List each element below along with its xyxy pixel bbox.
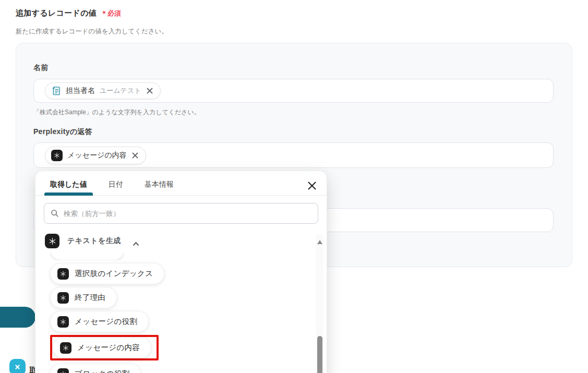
perplexity-icon bbox=[57, 268, 69, 280]
close-icon[interactable] bbox=[146, 87, 153, 94]
perplexity-icon bbox=[60, 342, 71, 354]
perplexity-field-input[interactable]: メッセージの内容 bbox=[33, 142, 554, 168]
field-label-perplexity: Perplexityの返答 bbox=[33, 127, 92, 137]
red-annotation-box: メッセージの内容 bbox=[50, 335, 159, 360]
search-input[interactable] bbox=[64, 210, 311, 218]
picker-tabbar: 取得した値 日付 基本情報 bbox=[35, 171, 327, 196]
node-badge-icon[interactable] bbox=[9, 359, 26, 373]
picker-search bbox=[44, 203, 318, 224]
list-item[interactable]: ブロックの役割 bbox=[50, 363, 141, 373]
section-generate-text[interactable]: テキストを生成 bbox=[35, 229, 327, 252]
perplexity-icon bbox=[57, 368, 69, 373]
page: 追加するレコードの値 ＊必須 新たに作成するレコードの値を入力してください。 名… bbox=[0, 0, 588, 373]
field-helper-text: 「株式会社Sample」のような文字列を入力してください。 bbox=[33, 108, 200, 117]
perplexity-icon bbox=[45, 234, 59, 248]
scrollbar-thumb[interactable] bbox=[317, 336, 322, 373]
field-label-name: 名前 bbox=[33, 63, 49, 73]
chevron-up-icon[interactable] bbox=[133, 239, 139, 244]
required-badge: ＊必須 bbox=[101, 9, 121, 18]
value-picker-panel: 取得した値 日付 基本情報 テキストを生成 bbox=[35, 171, 327, 373]
chip-title: 担当者名 bbox=[66, 86, 95, 95]
section-header: 追加するレコードの値 ＊必須 bbox=[16, 8, 121, 18]
tab-retrieved-values[interactable]: 取得した値 bbox=[44, 180, 93, 195]
page-title: 追加するレコードの値 bbox=[16, 8, 97, 18]
option-label: 終了理由 bbox=[75, 293, 105, 303]
name-field-input[interactable]: 担当者名 ユームテスト bbox=[33, 79, 554, 103]
value-chip-message-content[interactable]: メッセージの内容 bbox=[45, 147, 146, 164]
scroll-up-icon[interactable] bbox=[317, 240, 322, 244]
list-item[interactable]: メッセージの役割 bbox=[50, 311, 149, 332]
form-document-icon bbox=[51, 86, 61, 96]
option-label: 選択肢のインデックス bbox=[75, 269, 153, 279]
close-icon[interactable] bbox=[307, 181, 317, 191]
option-label: メッセージの内容 bbox=[77, 343, 140, 353]
list-item[interactable]: 選択肢のインデックス bbox=[50, 263, 164, 284]
perplexity-icon bbox=[57, 316, 69, 328]
list-item[interactable]: 終了理由 bbox=[50, 287, 117, 308]
value-chip-tantousha[interactable]: 担当者名 ユームテスト bbox=[45, 82, 161, 99]
list-item-partial[interactable] bbox=[50, 252, 124, 260]
chip-title: メッセージの内容 bbox=[67, 151, 127, 160]
page-subtitle: 新たに作成するレコードの値を入力してください。 bbox=[16, 27, 168, 36]
chip-subtitle: ユームテスト bbox=[100, 86, 141, 95]
scrollbar[interactable] bbox=[316, 234, 323, 373]
list-item-highlighted[interactable]: メッセージの内容 bbox=[53, 337, 151, 358]
close-icon[interactable] bbox=[131, 152, 139, 159]
section-label: テキストを生成 bbox=[67, 236, 121, 246]
primary-action-button[interactable] bbox=[0, 307, 35, 328]
perplexity-icon bbox=[51, 150, 63, 161]
perplexity-icon bbox=[57, 292, 69, 304]
tab-date[interactable]: 日付 bbox=[103, 180, 129, 195]
option-label: メッセージの役割 bbox=[75, 317, 137, 327]
search-icon bbox=[51, 209, 59, 218]
option-label: ブロックの役割 bbox=[75, 369, 129, 373]
options-list: 選択肢のインデックス 終了理由 メッセージの役割 メッ bbox=[35, 252, 327, 373]
tab-basic-info[interactable]: 基本情報 bbox=[139, 180, 179, 195]
